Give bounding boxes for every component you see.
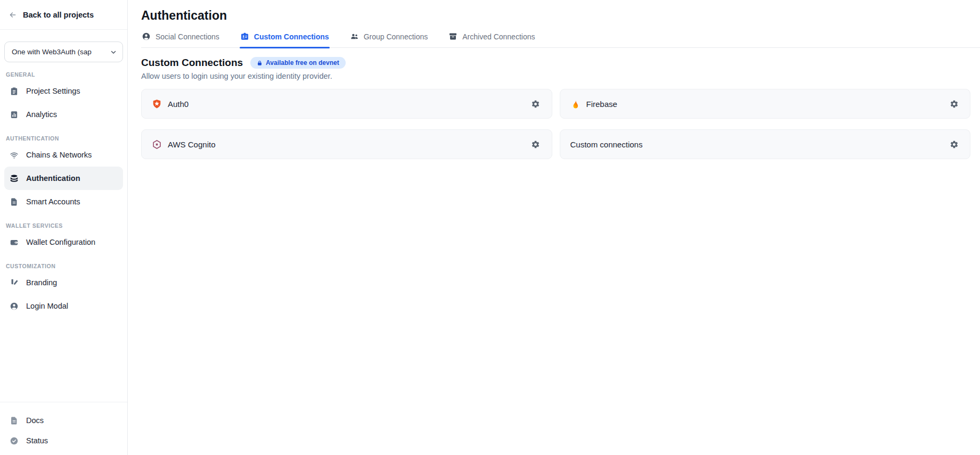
tab-social-connections[interactable]: Social Connections — [141, 32, 220, 47]
user-circle-icon — [142, 32, 151, 41]
gear-icon — [950, 140, 959, 149]
file-icon — [10, 197, 19, 206]
tab-label: Social Connections — [156, 32, 219, 41]
project-selector[interactable]: One with Web3Auth (sap — [4, 42, 123, 62]
nav-section-label-customization: CUSTOMIZATION — [6, 263, 121, 269]
lock-icon — [257, 60, 263, 66]
connection-card-label: Firebase — [586, 100, 617, 109]
wifi-icon — [10, 151, 19, 160]
database-icon — [10, 174, 19, 183]
settings-gear-button-firebase[interactable] — [948, 97, 960, 110]
connection-card-left: AWS Cognito — [152, 139, 215, 150]
project-selector-value: One with Web3Auth (sap — [12, 48, 110, 56]
devnet-badge-label: Available free on devnet — [266, 59, 339, 67]
nav-section-label-wallet-services: WALLET SERVICES — [6, 222, 121, 229]
sidebar-item-label: Smart Accounts — [26, 197, 80, 206]
tab-label: Archived Connections — [462, 32, 535, 41]
tab-label: Group Connections — [364, 32, 428, 41]
gear-icon — [531, 140, 540, 149]
sidebar-footer: DocsStatus — [0, 402, 127, 455]
app-window: Back to all projects One with Web3Auth (… — [0, 0, 980, 455]
settings-gear-button-auth0[interactable] — [529, 97, 542, 110]
sidebar-item-label: Wallet Configuration — [26, 238, 95, 246]
back-label: Back to all projects — [23, 11, 94, 19]
devnet-badge: Available free on devnet — [250, 57, 346, 69]
section-description: Allow users to login using your existing… — [141, 72, 967, 80]
tab-archived-connections[interactable]: Archived Connections — [448, 32, 535, 47]
sidebar-item-branding[interactable]: Branding — [4, 271, 123, 294]
main-content: Authentication Social ConnectionsCustom … — [128, 0, 980, 455]
user-circle-icon — [10, 302, 19, 311]
users-icon — [350, 32, 359, 41]
sidebar-item-authentication[interactable]: Authentication — [4, 167, 123, 190]
gear-icon — [950, 100, 959, 109]
check-circle-icon — [10, 436, 19, 445]
sidebar: Back to all projects One with Web3Auth (… — [0, 0, 128, 455]
aws-cognito-logo — [152, 139, 162, 150]
tab-custom-connections[interactable]: Custom Connections — [240, 32, 330, 47]
wallet-icon — [10, 238, 19, 247]
connection-card-auth0[interactable]: Auth0 — [141, 89, 552, 119]
sidebar-item-project-settings[interactable]: Project Settings — [4, 79, 123, 103]
sidebar-item-docs[interactable]: Docs — [4, 410, 123, 431]
connection-card-aws-cognito[interactable]: AWS Cognito — [141, 129, 552, 159]
settings-gear-button-custom-connections[interactable] — [948, 138, 960, 151]
sidebar-item-label: Branding — [26, 278, 57, 287]
brush-icon — [10, 278, 19, 287]
sidebar-item-wallet-configuration[interactable]: Wallet Configuration — [4, 230, 123, 254]
connection-card-left: Auth0 — [152, 99, 189, 109]
sidebar-nav: GENERALProject SettingsAnalyticsAUTHENTI… — [0, 62, 127, 402]
id-badge-icon — [240, 32, 249, 41]
nav-section-label-general: GENERAL — [6, 71, 121, 78]
connection-card-custom-connections[interactable]: Custom connections — [560, 129, 971, 159]
sidebar-item-login-modal[interactable]: Login Modal — [4, 294, 123, 318]
tab-label: Custom Connections — [254, 32, 329, 41]
tab-bar: Social ConnectionsCustom ConnectionsGrou… — [141, 32, 980, 48]
section-heading: Custom Connections — [141, 57, 243, 69]
sidebar-item-label: Status — [26, 436, 48, 445]
settings-gear-button-aws-cognito[interactable] — [529, 138, 542, 151]
connection-card-firebase[interactable]: Firebase — [560, 89, 971, 119]
firebase-logo — [570, 99, 581, 109]
analytics-icon — [10, 110, 19, 119]
page-title: Authentication — [141, 7, 967, 24]
sidebar-item-label: Login Modal — [26, 302, 68, 310]
archive-icon — [448, 32, 458, 41]
arrow-left-icon — [9, 11, 17, 19]
sidebar-item-label: Project Settings — [26, 87, 80, 95]
sidebar-item-status[interactable]: Status — [4, 431, 123, 451]
connection-card-label: Custom connections — [570, 140, 643, 149]
sidebar-item-analytics[interactable]: Analytics — [4, 103, 123, 126]
nav-section-label-authentication: AUTHENTICATION — [6, 135, 121, 142]
connection-card-label: Auth0 — [168, 100, 189, 109]
sidebar-item-label: Authentication — [26, 174, 80, 183]
sidebar-item-label: Chains & Networks — [26, 151, 92, 159]
gear-icon — [531, 100, 540, 109]
tab-group-connections[interactable]: Group Connections — [349, 32, 429, 47]
clipboard-icon — [10, 87, 19, 96]
file-icon — [10, 416, 19, 425]
sidebar-item-label: Analytics — [26, 110, 57, 119]
connection-card-left: Firebase — [570, 99, 617, 109]
sidebar-item-label: Docs — [26, 416, 44, 425]
chevron-down-icon — [110, 48, 117, 56]
back-to-projects-link[interactable]: Back to all projects — [0, 0, 127, 30]
connection-card-left: Custom connections — [570, 140, 643, 149]
connection-cards-grid: Auth0FirebaseAWS CognitoCustom connectio… — [141, 89, 970, 159]
auth0-logo — [152, 99, 162, 109]
section-header: Custom Connections Available free on dev… — [141, 57, 967, 69]
connection-card-label: AWS Cognito — [168, 140, 215, 149]
sidebar-item-smart-accounts[interactable]: Smart Accounts — [4, 190, 123, 213]
sidebar-item-chains-networks[interactable]: Chains & Networks — [4, 143, 123, 167]
